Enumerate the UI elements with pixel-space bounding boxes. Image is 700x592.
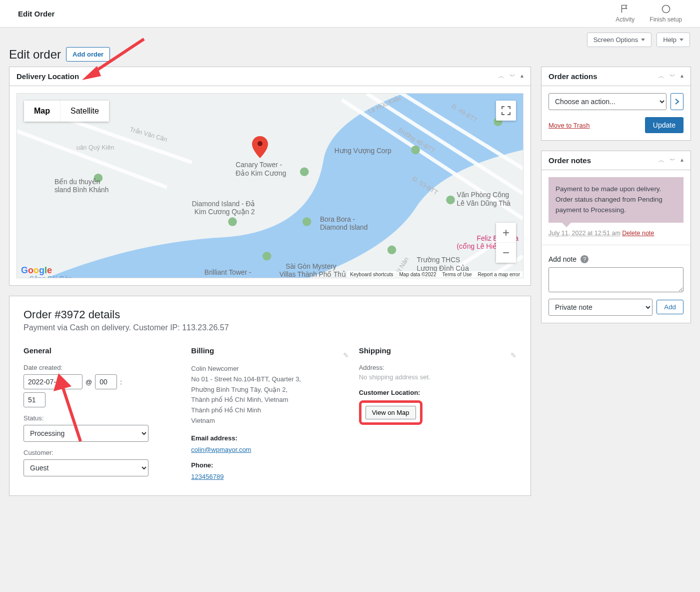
svg-point-10: [446, 196, 454, 204]
circle-icon: [661, 4, 671, 14]
note-type-select[interactable]: Private note: [548, 299, 652, 316]
email-label: Email address:: [191, 434, 348, 442]
customer-location-label: Customer Location:: [359, 389, 516, 396]
help-icon[interactable]: ?: [580, 255, 588, 263]
svg-point-9: [411, 146, 420, 154]
move-up-icon[interactable]: ︿: [658, 72, 664, 81]
svg-point-42: [258, 141, 262, 146]
svg-text:Bến du thuyền: Bến du thuyền: [54, 178, 100, 186]
edit-billing-icon[interactable]: ✎: [343, 351, 349, 359]
activity-button[interactable]: Activity: [616, 4, 634, 23]
status-select[interactable]: Processing: [24, 425, 148, 442]
order-details-heading: Order #3972 details: [24, 308, 516, 321]
delivery-location-panel: Delivery Location ︿ ﹀ ▴: [9, 67, 531, 286]
phone-label: Phone:: [191, 461, 348, 469]
colon-symbol: :: [120, 378, 122, 386]
zoom-in-button[interactable]: +: [496, 223, 516, 243]
at-symbol: @: [86, 378, 92, 386]
google-logo: Google: [21, 265, 52, 276]
no-shipping-text: No shipping address set.: [359, 373, 516, 381]
status-label: Status:: [24, 414, 181, 422]
activity-label: Activity: [616, 16, 634, 23]
move-to-trash-link[interactable]: Move to Trash: [548, 122, 590, 129]
svg-text:Villas Thành Phố Thủ: Villas Thành Phố Thủ: [280, 271, 346, 278]
hour-input[interactable]: [95, 374, 117, 389]
toggle-icon[interactable]: ▴: [680, 72, 684, 81]
help-label: Help: [663, 36, 676, 44]
delete-note-link[interactable]: Delete note: [622, 230, 654, 237]
move-up-icon[interactable]: ︿: [658, 156, 664, 165]
edit-shipping-icon[interactable]: ✎: [510, 351, 516, 359]
svg-text:Brilliant Tower -: Brilliant Tower -: [204, 269, 252, 276]
svg-text:Canary Tower -: Canary Tower -: [236, 161, 282, 169]
update-button[interactable]: Update: [645, 117, 684, 133]
chevron-right-icon: [674, 99, 680, 105]
chevron-down-icon: [680, 39, 684, 41]
move-down-icon[interactable]: ﹀: [670, 156, 676, 165]
finish-setup-button[interactable]: Finish setup: [650, 4, 682, 23]
svg-text:Văn Phòng Công: Văn Phòng Công: [457, 191, 510, 199]
minute-input[interactable]: [24, 392, 46, 407]
billing-addr: Thành phố Hồ Chí Minh, Vietnam: [191, 395, 348, 405]
svg-point-5: [228, 217, 236, 226]
move-down-icon[interactable]: ﹀: [510, 72, 516, 81]
keyboard-shortcuts-link[interactable]: Keyboard shortcuts: [350, 272, 393, 277]
shipping-heading: Shipping: [359, 346, 391, 355]
phone-link[interactable]: 123456789: [191, 473, 224, 480]
billing-addr: Phường Bình Trưng Tây, Quận 2,: [191, 385, 348, 395]
svg-text:Diamond Island: Diamond Island: [204, 277, 252, 278]
map[interactable]: Bến du thuyền sland Bình Khánh Diamond I…: [16, 93, 524, 278]
terms-link[interactable]: Terms of Use: [442, 272, 472, 277]
screen-options-button[interactable]: Screen Options: [587, 33, 652, 47]
help-button[interactable]: Help: [656, 33, 690, 47]
finish-setup-label: Finish setup: [650, 16, 682, 23]
order-action-select[interactable]: Choose an action...: [548, 93, 666, 110]
delivery-location-heading: Delivery Location: [16, 72, 79, 81]
address-label: Address:: [359, 364, 516, 371]
svg-text:Hưng Vượng Corp: Hưng Vượng Corp: [334, 147, 392, 155]
add-order-button[interactable]: Add order: [66, 47, 110, 62]
topbar-title: Edit Order: [18, 10, 54, 18]
billing-name: Colin Newcomer: [191, 364, 348, 374]
divider: [542, 245, 690, 245]
annotation-highlight: View on Map: [359, 400, 422, 425]
svg-text:Diamond Island - Đả: Diamond Island - Đả: [192, 200, 256, 208]
zoom-out-button[interactable]: −: [496, 243, 516, 263]
svg-text:Kim Cương Quận 2: Kim Cương Quận 2: [194, 208, 255, 216]
move-down-icon[interactable]: ﹀: [670, 72, 676, 81]
customer-label: Customer:: [24, 449, 181, 456]
date-input[interactable]: [24, 374, 82, 389]
note-timestamp: July 11, 2022 at 12:51 am: [548, 230, 620, 237]
order-details-subheading: Payment via Cash on delivery. Customer I…: [24, 323, 516, 332]
satellite-tab[interactable]: Satellite: [60, 101, 109, 122]
email-link[interactable]: colin@wpmayor.com: [191, 446, 251, 453]
billing-addr: Vietnam: [191, 416, 348, 426]
add-note-textarea[interactable]: [548, 267, 684, 292]
customer-select[interactable]: Guest: [24, 459, 148, 476]
move-up-icon[interactable]: ︿: [498, 72, 504, 81]
toggle-icon[interactable]: ▴: [680, 156, 684, 165]
toggle-icon[interactable]: ▴: [520, 72, 524, 81]
order-details-panel: Order #3972 details Payment via Cash on …: [9, 296, 531, 496]
svg-text:Đảo Kim Cương: Đảo Kim Cương: [236, 170, 286, 177]
apply-action-button[interactable]: [670, 93, 684, 110]
billing-addr: Thành phố Hồ Chí Minh: [191, 405, 348, 416]
svg-text:Sài Gòn Mystery: Sài Gòn Mystery: [286, 263, 336, 270]
add-note-button[interactable]: Add: [656, 300, 684, 314]
order-notes-heading: Order notes: [548, 156, 591, 165]
map-type-toggle: Map Satellite: [24, 101, 109, 122]
svg-text:uân Quý Kiên: uân Quý Kiên: [76, 144, 114, 151]
report-link[interactable]: Report a map error: [478, 272, 520, 277]
fullscreen-icon: [502, 106, 510, 115]
fullscreen-button[interactable]: [496, 101, 516, 121]
add-note-label: Add note: [548, 255, 576, 263]
svg-point-8: [388, 246, 396, 254]
svg-text:sland Bình Khánh: sland Bình Khánh: [54, 186, 108, 194]
svg-point-12: [302, 217, 311, 226]
map-tab[interactable]: Map: [24, 101, 60, 122]
order-note: Payment to be made upon delivery. Order …: [548, 177, 684, 223]
date-created-label: Date created:: [24, 364, 181, 371]
order-actions-panel: Order actions ︿ ﹀ ▴ Choose an action...: [541, 67, 691, 141]
svg-point-0: [662, 6, 670, 13]
view-on-map-button[interactable]: View on Map: [366, 406, 416, 419]
